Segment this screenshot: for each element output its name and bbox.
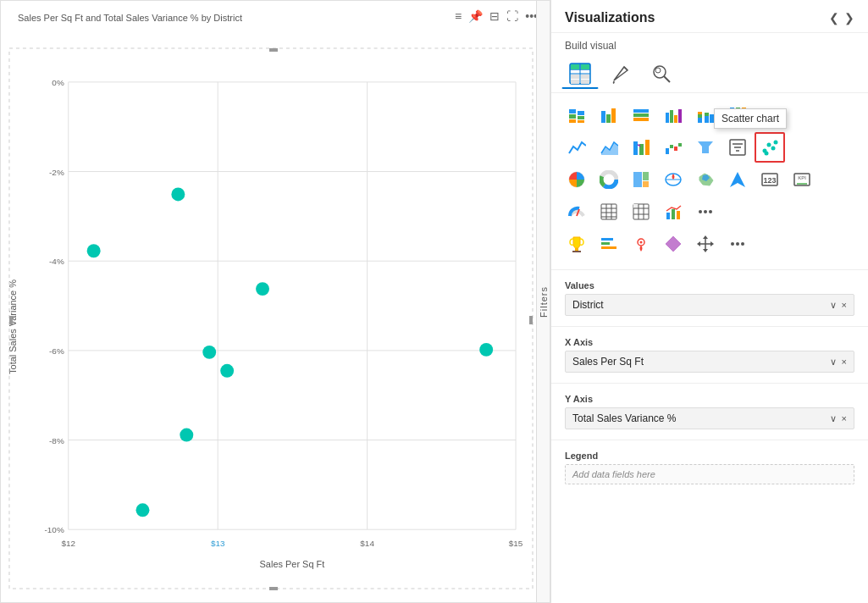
svg-rect-120 [601, 242, 610, 245]
table-viz-icon[interactable] [594, 196, 624, 227]
y-axis-field-pill[interactable]: Total Sales Variance % ∨ × [565, 407, 854, 429]
filters-strip[interactable]: Filters [536, 1, 550, 602]
expand-icon[interactable]: ⛶ [506, 9, 518, 23]
scatter-point-2[interactable] [171, 187, 185, 201]
scatter-point-4[interactable] [220, 364, 234, 378]
scatter-point-3[interactable] [202, 346, 216, 359]
100-col-icon[interactable] [722, 100, 753, 130]
100-stacked-bar-icon[interactable] [626, 100, 656, 130]
svg-rect-113 [677, 211, 680, 219]
matrix-icon[interactable] [626, 196, 656, 227]
waterfall-icon[interactable] [658, 132, 688, 163]
more-icons-1[interactable] [690, 196, 721, 227]
treemap-icon[interactable] [626, 164, 656, 195]
line-chart-icon[interactable] [561, 132, 592, 163]
svg-rect-55 [678, 109, 682, 123]
x-axis-field-pill[interactable]: Sales Per Sq Ft ∨ × [565, 351, 854, 373]
scatter-point-1[interactable] [87, 244, 101, 257]
scatter-point-8[interactable] [479, 343, 493, 357]
y-axis-close-icon[interactable]: × [842, 413, 847, 423]
svg-text:-10%: -10% [45, 525, 64, 534]
line-cluster-bar-icon[interactable] [658, 196, 688, 227]
svg-rect-87 [633, 172, 642, 187]
pin-icon[interactable]: 📌 [468, 9, 483, 23]
chart-top-icons-row [551, 55, 868, 93]
ribbon-chart-icon[interactable] [626, 132, 656, 163]
viz-panel-title: Visualizations [565, 10, 655, 25]
clustered-bar-icon[interactable] [594, 100, 624, 130]
values-chevron-icon[interactable]: ∨ [830, 300, 837, 311]
pie-icon[interactable] [561, 164, 592, 195]
x-axis-field-text: Sales Per Sq Ft [572, 356, 644, 368]
kpi-icon[interactable]: KPI [787, 164, 817, 195]
y-axis-field-actions: ∨ × [830, 413, 847, 424]
svg-point-80 [771, 147, 776, 151]
scatter-point-6[interactable] [180, 429, 193, 442]
svg-rect-59 [705, 116, 709, 123]
svg-rect-88 [643, 172, 649, 180]
gauge-icon[interactable] [561, 196, 592, 227]
svg-rect-47 [606, 114, 611, 123]
top-icon-table[interactable] [561, 58, 599, 89]
area-chart-icon[interactable] [594, 132, 624, 163]
map-icon[interactable] [658, 164, 688, 195]
scatter-point-5[interactable] [256, 282, 269, 296]
filter-viz-icon[interactable] [722, 132, 753, 163]
svg-rect-44 [578, 116, 584, 119]
y-axis-chevron-icon[interactable]: ∨ [830, 413, 837, 424]
values-close-icon[interactable]: × [842, 300, 847, 310]
svg-rect-45 [578, 120, 584, 123]
filter-icon[interactable]: ⊟ [489, 9, 500, 23]
svg-rect-121 [601, 246, 616, 249]
chart-svg-container: Total Sales Variance % 0% -2% -4% -6% -8… [1, 35, 536, 602]
divider-2 [551, 326, 868, 327]
more-options-icon[interactable]: ≡ [455, 9, 462, 23]
funnel-icon[interactable] [690, 132, 721, 163]
nav-right-arrow[interactable]: ❯ [844, 11, 854, 25]
svg-rect-24 [529, 316, 533, 324]
legend-empty-text: Add data fields here [572, 469, 655, 479]
svg-rect-64 [742, 108, 746, 123]
x-axis-label: X Axis [565, 337, 854, 347]
number-card-icon[interactable]: 123 [755, 164, 785, 195]
svg-marker-92 [730, 172, 745, 187]
divider-1 [551, 269, 868, 270]
geo-map-icon[interactable] [626, 229, 656, 259]
svg-point-114 [699, 210, 702, 213]
x-axis-chevron-icon[interactable]: ∨ [830, 357, 837, 368]
top-icon-search[interactable] [643, 58, 680, 89]
scatter-point-7[interactable] [135, 503, 149, 517]
scatter-chart-icon[interactable]: Scatter chart [755, 132, 785, 163]
x-axis-field-actions: ∨ × [830, 357, 847, 368]
svg-rect-60 [705, 113, 709, 116]
clustered-col-icon[interactable] [658, 100, 688, 130]
svg-text:Sales Per Sq Ft: Sales Per Sq Ft [260, 559, 325, 569]
svg-rect-42 [569, 119, 576, 123]
svg-text:-8%: -8% [49, 436, 64, 445]
svg-text:-6%: -6% [49, 346, 64, 356]
navigation-icon[interactable] [722, 164, 753, 195]
stacked-col-icon[interactable] [690, 100, 721, 130]
stacked-bar-icon[interactable] [561, 100, 592, 130]
chart-row-2: Scatter chart [561, 132, 858, 163]
svg-text:$13: $13 [211, 539, 225, 548]
top-icon-brush[interactable] [602, 58, 639, 89]
svg-rect-111 [666, 213, 670, 219]
values-field-pill[interactable]: District ∨ × [565, 294, 854, 316]
bar-chart-2-icon[interactable] [594, 229, 624, 259]
legend-empty-field[interactable]: Add data fields here [565, 464, 854, 484]
nav-left-arrow[interactable]: ❮ [829, 11, 839, 25]
values-field-text: District [572, 299, 604, 311]
svg-rect-62 [730, 108, 734, 123]
diamond-icon[interactable] [658, 229, 688, 259]
trophy-icon[interactable] [561, 229, 592, 259]
svg-rect-71 [674, 147, 677, 151]
arrows-icon[interactable] [690, 229, 721, 259]
divider-3 [551, 383, 868, 384]
x-axis-close-icon[interactable]: × [842, 357, 847, 367]
svg-point-79 [767, 143, 771, 147]
viz-panel: Visualizations ❮ ❯ Build visual [550, 0, 868, 603]
donut-icon[interactable] [594, 164, 624, 195]
filled-map-icon[interactable] [690, 164, 721, 195]
more-icons-2[interactable] [722, 229, 753, 259]
